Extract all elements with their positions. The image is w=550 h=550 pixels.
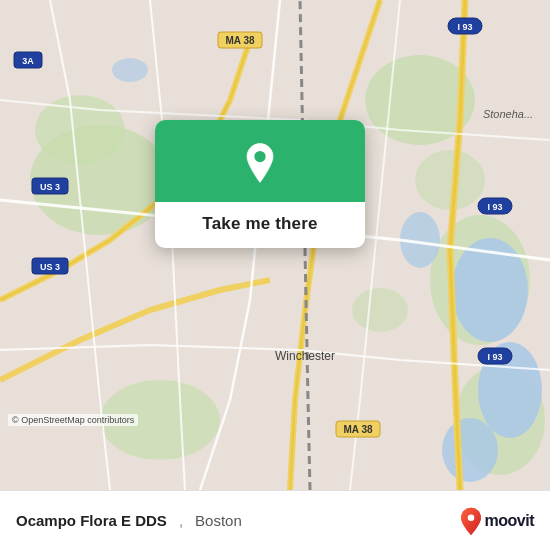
svg-text:MA 38: MA 38 <box>225 35 255 46</box>
moovit-pin-icon <box>457 507 485 535</box>
svg-point-6 <box>415 150 485 210</box>
svg-text:I 93: I 93 <box>487 202 502 212</box>
svg-point-9 <box>452 238 528 342</box>
map-attribution: © OpenStreetMap contributors <box>8 414 138 426</box>
svg-point-32 <box>254 151 265 162</box>
svg-text:US 3: US 3 <box>40 182 60 192</box>
take-me-there-button[interactable]: Take me there <box>202 214 317 234</box>
card-bottom[interactable]: Take me there <box>155 202 365 248</box>
location-pin-icon <box>239 142 281 184</box>
bottom-bar: Ocampo Flora E DDS , Boston moovit <box>0 490 550 550</box>
svg-point-13 <box>112 58 148 82</box>
place-city: Boston <box>195 512 242 529</box>
svg-point-8 <box>352 288 408 332</box>
svg-text:I 93: I 93 <box>487 352 502 362</box>
svg-text:US 3: US 3 <box>40 262 60 272</box>
place-separator: , <box>179 512 183 529</box>
map-container: MA 38 I 93 I 93 I 93 US 3 US 3 3A MA 38 … <box>0 0 550 490</box>
moovit-logo: moovit <box>457 507 534 535</box>
svg-text:I 93: I 93 <box>457 22 472 32</box>
svg-point-33 <box>467 514 474 521</box>
svg-point-11 <box>442 418 498 482</box>
svg-text:3A: 3A <box>22 56 34 66</box>
svg-text:Stoneha...: Stoneha... <box>483 108 533 120</box>
svg-text:Winchester: Winchester <box>275 349 335 363</box>
svg-text:MA 38: MA 38 <box>343 424 373 435</box>
moovit-text: moovit <box>485 512 534 530</box>
card-top <box>155 120 365 202</box>
place-name: Ocampo Flora E DDS <box>16 512 167 529</box>
navigation-card: Take me there <box>155 120 365 248</box>
